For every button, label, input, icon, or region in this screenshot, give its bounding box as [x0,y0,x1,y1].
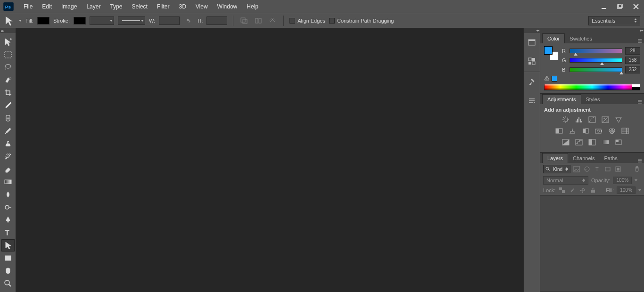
lock-transparency-icon[interactable] [558,187,566,194]
color-ramp[interactable] [544,84,640,90]
stroke-swatch[interactable] [74,17,86,24]
tab-adjustments[interactable]: Adjustments [542,94,581,104]
quick-select-tool[interactable] [1,74,15,86]
black-white-icon[interactable] [581,127,590,135]
filter-shape-icon[interactable] [603,165,612,173]
brightness-contrast-icon[interactable] [561,115,570,124]
g-slider[interactable] [570,58,622,63]
foreground-color-swatch[interactable] [544,46,553,55]
minimize-button[interactable] [596,2,612,11]
menu-3d[interactable]: 3D [174,3,190,10]
menu-type[interactable]: Type [105,3,127,10]
blur-tool[interactable] [1,188,15,201]
path-arrange-icon[interactable] [267,16,278,25]
threshold-icon[interactable] [587,138,597,146]
move-tool[interactable] [1,36,15,48]
brushes-panel-icon[interactable] [525,76,538,89]
stroke-width-select[interactable] [90,16,114,25]
tab-paths[interactable]: Paths [600,154,622,163]
levels-icon[interactable] [574,115,584,124]
filter-adjustment-icon[interactable] [583,165,591,173]
marquee-tool[interactable] [1,49,15,61]
r-slider[interactable] [570,49,622,53]
tab-swatches[interactable]: Swatches [565,34,597,43]
menu-select[interactable]: Select [127,3,152,10]
align-edges-checkbox[interactable]: Align Edges [289,18,325,24]
dodge-tool[interactable] [1,201,15,213]
layers-panel-menu-icon[interactable] [636,158,644,163]
blend-mode-select[interactable]: Normal [543,176,588,185]
lock-all-icon[interactable] [589,187,597,194]
zoom-tool[interactable] [1,277,15,290]
tab-layers[interactable]: Layers [542,153,568,163]
tab-channels[interactable]: Channels [568,154,599,163]
b-slider[interactable] [570,67,622,72]
history-brush-tool[interactable] [1,150,15,162]
canvas-area[interactable] [16,28,523,292]
gradient-tool[interactable] [1,176,15,188]
r-value[interactable]: 28 [625,47,640,55]
layers-list[interactable] [540,195,644,292]
curves-icon[interactable] [587,115,597,124]
filter-type-icon[interactable]: T [593,165,602,173]
hue-sat-icon[interactable] [554,127,564,135]
filter-pixel-icon[interactable] [572,165,581,173]
invert-icon[interactable] [561,138,570,146]
paragraph-panel-icon[interactable] [525,95,538,108]
lock-pixels-icon[interactable] [569,187,576,194]
menu-file[interactable]: File [19,3,37,10]
crop-tool[interactable] [1,87,15,99]
rectangle-tool[interactable] [1,252,15,264]
menu-window[interactable]: Window [213,3,242,10]
workspace-switcher[interactable]: Essentials [588,16,640,25]
gamut-warn-swatch[interactable] [552,76,557,81]
menu-edit[interactable]: Edit [37,3,57,10]
posterize-icon[interactable] [574,138,584,146]
menu-filter[interactable]: Filter [152,3,174,10]
selective-color-icon[interactable] [614,138,623,146]
adjustments-panel-menu-icon[interactable] [636,99,644,104]
path-select-tool[interactable] [1,239,15,251]
maximize-button[interactable] [612,2,628,11]
brush-tool[interactable] [1,125,15,137]
color-balance-icon[interactable] [568,127,577,135]
panel-stack-grip[interactable]: ▸▸ [540,28,644,33]
color-panel-menu-icon[interactable] [636,39,644,43]
g-value[interactable]: 158 [625,57,640,64]
channel-mixer-icon[interactable] [607,127,617,135]
current-tool-indicator[interactable] [4,15,15,26]
filter-toggle-switch[interactable] [633,165,641,173]
tab-styles[interactable]: Styles [581,95,605,104]
fg-bg-swatches[interactable] [544,46,558,60]
stroke-style-select[interactable] [118,16,145,25]
layer-filter-kind[interactable]: Kind [543,165,570,173]
filter-smart-icon[interactable] [614,165,622,173]
tab-color[interactable]: Color [542,33,565,43]
properties-panel-icon[interactable] [525,55,538,68]
link-wh-icon[interactable] [183,16,194,25]
fill-opacity-field[interactable]: 100% [617,187,636,194]
opacity-field[interactable]: 100% [613,177,632,184]
eyedropper-tool[interactable] [1,99,15,112]
pen-tool[interactable] [1,214,15,226]
menu-layer[interactable]: Layer [82,3,105,10]
dock-grip[interactable]: ◂◂ [524,28,540,33]
constrain-dragging-checkbox[interactable]: Constrain Path Dragging [329,18,394,24]
exposure-icon[interactable] [601,115,610,124]
opacity-dropdown-icon[interactable] [635,179,637,181]
healing-brush-tool[interactable] [1,112,15,124]
fill-swatch[interactable] [37,17,50,24]
tool-preset-dropdown[interactable] [19,20,22,22]
color-lookup-icon[interactable] [620,127,630,135]
type-tool[interactable]: T [1,227,15,239]
lasso-tool[interactable] [1,61,15,73]
gamut-warning-icon[interactable] [544,75,550,82]
close-button[interactable] [628,2,644,11]
toolbox-grip[interactable]: ▸▸ [0,28,16,33]
menu-view[interactable]: View [191,3,213,10]
path-align-icon[interactable] [253,16,264,25]
menu-image[interactable]: Image [57,3,82,10]
width-field[interactable] [159,16,180,25]
gradient-map-icon[interactable] [601,138,610,146]
path-combine-icon[interactable] [239,16,249,25]
